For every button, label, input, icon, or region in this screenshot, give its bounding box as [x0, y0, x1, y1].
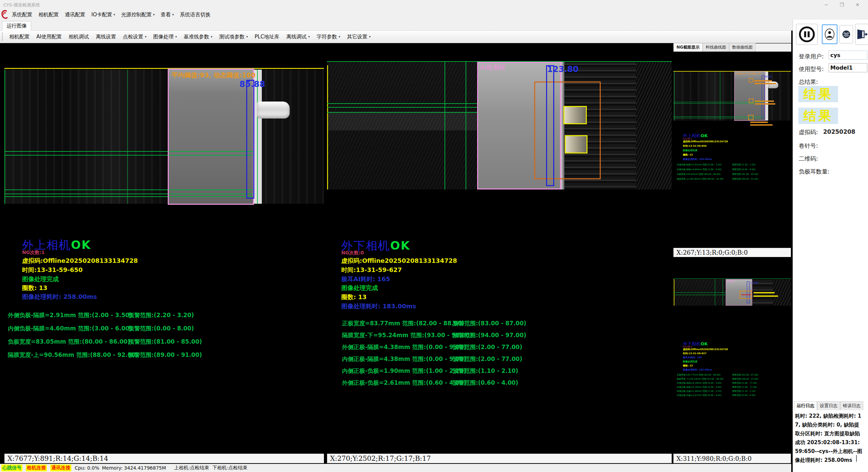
tool-camera-debug[interactable]: 相机调试 [65, 34, 92, 40]
ng-thumbnail-lower[interactable]: AI检测框 123.80 外下相机OK NG次数:0 虚拟码:Offline20… [673, 259, 791, 453]
tool-test-item-params[interactable]: 测试项参数▾ [216, 34, 251, 40]
chevron-down-icon: ▾ [153, 13, 155, 16]
minimize-icon[interactable]: ─ [818, 0, 834, 10]
chevron-down-icon: ▾ [175, 35, 177, 38]
camera-image-strip [4, 70, 324, 204]
title-bar: CYS-视觉检测系统 ─ ❐ ✕ [0, 0, 868, 10]
warn-range: 预警范围:(0.60 - 4.00) [453, 379, 518, 387]
close-icon[interactable]: ✕ [850, 0, 865, 10]
warn-range: 预警范围:(83.00 - 87.00) [732, 374, 758, 377]
tab-run-log[interactable]: 运行日志 [794, 401, 817, 410]
measurement-row: 负极宽度=83.05mm 范围:(80.00 - 86.00) [677, 173, 721, 176]
defect-box [748, 115, 754, 120]
ai-box-label: AI检测框 [727, 280, 735, 283]
chevron-down-icon: ▾ [369, 35, 371, 38]
tool-other-settings[interactable]: 其它设置▾ [344, 34, 374, 40]
toolbar-grip-icon[interactable] [2, 33, 4, 41]
warn-range: 预警范围:(81.00 - 85.00) [128, 338, 202, 346]
loop-count: 圈数: 13 [341, 293, 367, 301]
restore-icon[interactable]: ❐ [834, 0, 850, 10]
measurement-row: 隔膜宽度-下=95.24mm 范围:(93.00 - 98.00) [677, 378, 724, 381]
menu-camera-config[interactable]: 相机配置 [35, 12, 62, 18]
tab-detect-rect [246, 80, 254, 199]
users-button[interactable] [839, 25, 853, 43]
timestamp: 时间:13-31-59-650 [683, 144, 706, 148]
menu-bar: 系统配置 相机配置 通讯配置 IO卡配置▾ 光源控制配置▾ 查看▾ 系统语言切换 [0, 10, 868, 20]
measure-line [720, 72, 720, 121]
text-caret [856, 455, 857, 462]
defect-box [749, 98, 754, 103]
warn-range: 预警范围:(81.00 - 85.00) [732, 173, 758, 176]
tool-offline-settings[interactable]: 离线设置 [92, 34, 120, 40]
tab-error-log[interactable]: 错误日志 [840, 401, 863, 410]
tool-offline-debug[interactable]: 离线调试▾ [283, 34, 313, 40]
negative-tab-count-label: 负极耳数量: [799, 168, 830, 176]
menu-view[interactable]: 查看▾ [158, 12, 177, 18]
tool-ai-use-config[interactable]: AI使用配置 [33, 34, 65, 40]
chevron-down-icon: ▾ [113, 13, 115, 16]
loop-count: 圈数: 13 [683, 364, 693, 367]
tab-settings-log[interactable]: 设置日志 [817, 401, 840, 410]
virtual-code-value: 20250208 [823, 128, 855, 135]
model-field[interactable] [829, 63, 867, 72]
pause-button[interactable] [796, 24, 818, 45]
tool-baseline-params[interactable]: 基准线参数▾ [180, 34, 216, 40]
tab-material-curve[interactable]: 料线曲线图 [703, 43, 729, 52]
pause-icon [798, 25, 816, 43]
user-button[interactable] [822, 24, 837, 44]
login-user-label: 登录用户: [799, 53, 824, 60]
tool-char-params[interactable]: 字符参数▾ [313, 34, 344, 40]
tab-detect-rect [546, 65, 554, 186]
toolbar: 相机配置 AI使用配置 相机调试 离线设置 点检设置▾ 图像处理▾ 基准线参数▾… [0, 31, 791, 43]
ai-box-label: AI检测框 [480, 63, 506, 72]
camera-view-upper[interactable]: 平均阈值:93, 动态阈值:100 85.88 外上相机OK NG次数:1 虚拟… [4, 46, 324, 453]
ng-thumbnail-upper[interactable]: 平均阈值:93, 动态阈值:100 85.88 外上相机OK NG次数:1 虚拟… [673, 52, 791, 248]
roll-needle-label: 卷针号: [799, 142, 818, 150]
tool-camera-config[interactable]: 相机配置 [6, 34, 33, 40]
warn-range: 预警范围:(2.20 - 3.20) [732, 163, 756, 166]
timestamp: 时间:13-31-59-627 [683, 352, 706, 355]
tool-image-processing[interactable]: 图像处理▾ [150, 34, 180, 40]
warn-range: 预警范围:(2.00 - 77.00) [453, 355, 522, 363]
menu-language-switch[interactable]: 系统语言切换 [177, 12, 214, 18]
tab-blob [768, 81, 778, 88]
measurement-row: 负极宽度=83.05mm 范围:(80.00 - 86.00) [8, 338, 130, 346]
ai-time: 极耳AI耗时: 165 [683, 356, 702, 359]
tool-plc-address[interactable]: PLC地址库 [251, 34, 283, 40]
menu-system-config[interactable]: 系统配置 [9, 12, 35, 18]
menu-comm-config[interactable]: 通讯配置 [62, 12, 88, 18]
logout-button[interactable] [855, 24, 868, 45]
measurement-row: 外侧正极-负极=2.61mm 范围:(0.60 - 4.00) [342, 379, 466, 387]
warn-range: 预警范围:(89.00 - 91.00) [732, 178, 758, 181]
process-time: 图像处理耗时: 183.00ms [341, 302, 416, 310]
measurement-row: 隔膜宽度-上=90.56mm 范围:(88.00 - 92.00) [677, 178, 724, 181]
warn-range: 预警范围:(2.00 - 77.00) [453, 343, 522, 351]
tab-ng-screenshot[interactable]: NG截图显示 [673, 43, 703, 52]
process-done: 图像处理完成 [341, 284, 378, 292]
dark-region [636, 62, 672, 189]
reference-line [4, 68, 324, 69]
pixel-readout-upper: X:7677;Y:891;R:14;G:14;B:14 [4, 454, 324, 463]
measurement-row: 内侧正极-负极=1.90mm 范围:(1.00 - 2.20) [342, 367, 466, 375]
menu-io-card-config[interactable]: IO卡配置▾ [88, 12, 118, 18]
measurement-row: 外侧负极-隔膜=2.91mm 范围:(2.00 - 3.50) [8, 311, 132, 319]
log-content[interactable]: 耗时: 222, 缺陷检测耗时: 17, 缺陷分类耗时: 0, 缺陷提取分区耗时… [794, 410, 868, 465]
login-user-field[interactable] [829, 51, 867, 60]
thumb-image-strip [673, 72, 791, 121]
warn-range: 预警范围:(2.00 - 77.00) [732, 386, 757, 389]
heartbeat-status-badge: 心跳信号 [1, 465, 22, 471]
process-time: 图像处理耗时: 183.00ms [683, 368, 712, 371]
defect-annotation [754, 80, 772, 81]
tab-run-image[interactable]: 运行图像 [2, 21, 31, 31]
tab-data-curve[interactable]: 数据曲线图 [729, 43, 756, 52]
measure-line [127, 70, 128, 204]
camera-view-lower[interactable]: AI检测框 123.80 外下相机OK NG次数:0 虚拟码:Offline20… [327, 46, 672, 453]
warn-range: 预警范围:(83.00 - 87.00) [453, 320, 526, 327]
process-time: 图像处理耗时: 258.00ms [22, 293, 97, 301]
warn-range: 预警范围:(0.00 - 8.00) [732, 168, 756, 171]
measurement-value-overlay: 85.88 [239, 79, 265, 89]
tool-spot-check[interactable]: 点检设置▾ [120, 34, 150, 40]
menu-light-control-config[interactable]: 光源控制配置▾ [118, 12, 158, 18]
warn-range: 预警范围:(94.00 - 97.00) [732, 378, 758, 381]
measurement-row: 正极宽度=83.77mm 范围:(82.00 - 88.00) [342, 320, 464, 327]
